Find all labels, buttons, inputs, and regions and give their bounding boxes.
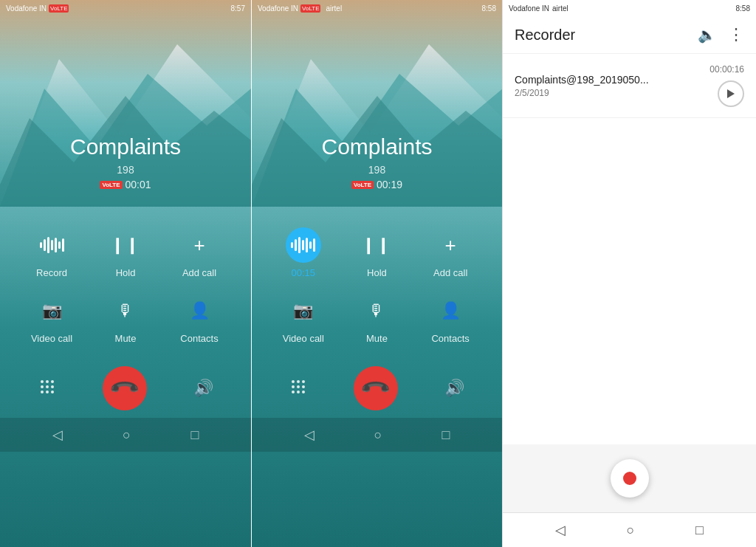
recorder-time: 8:58 xyxy=(736,4,750,13)
end-call-button-1[interactable]: 📞 xyxy=(103,366,147,410)
call-info-2: Complaints 198 VoLTE 00:19 xyxy=(252,16,502,190)
status-bar-1: Vodafone IN VoLTE 8:57 xyxy=(0,0,251,16)
svg-point-8 xyxy=(46,385,49,388)
recording-item: Complaints@198_2019050... 2/5/2019 00:00… xyxy=(503,54,756,118)
hold-button-1[interactable]: ❙❙ Hold xyxy=(96,227,155,278)
svg-point-24 xyxy=(297,391,300,393)
action-row-2-bottom: 📷 Video call 🎙 Mute 👤 Contacts xyxy=(267,293,487,344)
home-nav-2[interactable]: ○ xyxy=(374,427,382,443)
home-nav-1[interactable]: ○ xyxy=(123,427,131,443)
carrier-label-2b: airtel xyxy=(326,4,342,13)
svg-point-7 xyxy=(41,385,44,388)
recorder-home-nav[interactable]: ○ xyxy=(627,523,635,538)
svg-marker-26 xyxy=(727,89,735,98)
svg-point-12 xyxy=(51,391,54,393)
video-call-button-1[interactable]: 📷 Video call xyxy=(22,293,81,344)
recorder-back-nav[interactable]: ◁ xyxy=(555,522,566,538)
volume-icon[interactable]: 🔈 xyxy=(698,26,716,44)
recent-nav-2[interactable]: □ xyxy=(442,427,450,443)
nav-bar-2: ◁ ○ □ xyxy=(252,418,502,452)
hold-icon-2: ❙❙ xyxy=(359,227,394,263)
recent-nav-1[interactable]: □ xyxy=(190,427,199,443)
recording-info: Complaints@198_2019050... 2/5/2019 xyxy=(515,74,709,98)
record-icon-2 xyxy=(286,227,321,263)
recorder-status-bar: Vodafone IN airtel 8:58 xyxy=(503,0,756,16)
call-number-2: 198 xyxy=(252,164,502,176)
recorder-carrier-label: Vodafone IN xyxy=(509,4,549,13)
recorder-header: Recorder 🔈 ⋮ xyxy=(503,16,756,54)
record-icon-1 xyxy=(34,227,69,263)
recorder-recent-nav[interactable]: □ xyxy=(695,523,704,538)
back-nav-2[interactable]: ◁ xyxy=(304,427,315,443)
call-name-1: Complaints xyxy=(0,134,251,159)
record-button-2[interactable]: 00:15 xyxy=(274,227,333,278)
call-info-1: Complaints 198 VoLTE 00:01 xyxy=(0,16,251,190)
record-button-1[interactable]: Record xyxy=(22,227,81,278)
mute-label-1: Mute xyxy=(115,333,137,344)
status-right-2: 8:58 xyxy=(482,4,496,13)
time-label-2: 8:58 xyxy=(482,4,496,13)
svg-point-6 xyxy=(51,380,54,383)
add-call-icon-2: + xyxy=(433,227,468,263)
carrier-label-1: Vodafone IN xyxy=(6,4,47,13)
recording-right: 00:00:16 xyxy=(709,64,744,107)
contacts-button-1[interactable]: 👤 Contacts xyxy=(170,293,229,344)
add-call-button-2[interactable]: + Add call xyxy=(421,227,480,278)
video-call-icon-1: 📷 xyxy=(34,293,69,328)
mute-button-2[interactable]: 🎙 Mute xyxy=(347,293,406,344)
video-call-label-1: Video call xyxy=(31,333,72,344)
speaker-button-1[interactable]: 🔊 xyxy=(193,379,213,398)
recording-date: 2/5/2019 xyxy=(515,88,709,98)
video-call-button-2[interactable]: 📷 Video call xyxy=(274,293,333,344)
recorder-header-icons: 🔈 ⋮ xyxy=(698,25,744,44)
recorder-carrier: Vodafone IN airtel xyxy=(509,4,568,13)
speaker-button-2[interactable]: 🔊 xyxy=(444,379,464,398)
call-number-1: 198 xyxy=(0,164,251,176)
record-dot-button[interactable] xyxy=(611,459,649,498)
status-bar-2: Vodafone IN VoLTE airtel 8:58 xyxy=(252,0,502,16)
svg-point-18 xyxy=(297,380,300,383)
hold-button-2[interactable]: ❙❙ Hold xyxy=(347,227,406,278)
action-row-1-top: Record ❙❙ Hold + Add call xyxy=(15,227,236,278)
more-options-icon[interactable]: ⋮ xyxy=(728,25,744,44)
mute-label-2: Mute xyxy=(366,333,388,344)
svg-point-19 xyxy=(302,380,305,383)
recorder-bottom xyxy=(503,444,756,512)
action-row-1-bottom: 📷 Video call 🎙 Mute 👤 Contacts xyxy=(15,293,236,344)
mute-icon-1: 🎙 xyxy=(108,293,143,328)
end-call-button-2[interactable]: 📞 xyxy=(354,366,398,410)
call-duration-2: 00:19 xyxy=(377,179,402,190)
contacts-icon-2: 👤 xyxy=(433,293,468,328)
back-nav-1[interactable]: ◁ xyxy=(52,427,63,443)
call-actions-2: 00:15 ❙❙ Hold + Add call 📷 xyxy=(252,190,502,351)
svg-point-5 xyxy=(46,380,49,383)
call-duration-row-2: VoLTE 00:19 xyxy=(252,179,502,190)
add-call-button-1[interactable]: + Add call xyxy=(170,227,229,278)
svg-point-21 xyxy=(297,385,300,388)
video-call-label-2: Video call xyxy=(283,333,324,344)
mute-button-1[interactable]: 🎙 Mute xyxy=(96,293,155,344)
recorder-panel: Vodafone IN airtel 8:58 Recorder 🔈 ⋮ Com… xyxy=(502,0,756,547)
video-call-icon-2: 📷 xyxy=(286,293,321,328)
play-button[interactable] xyxy=(718,80,744,107)
svg-point-17 xyxy=(292,380,295,383)
recorder-carrier2-label: airtel xyxy=(552,4,568,13)
recorder-nav-bar: ◁ ○ □ xyxy=(503,512,756,547)
carrier-label-2: Vodafone IN xyxy=(258,4,298,13)
dialpad-button-1[interactable] xyxy=(38,378,56,399)
record-active-time-2: 00:15 xyxy=(292,267,316,278)
svg-point-25 xyxy=(302,391,305,393)
time-label-1: 8:57 xyxy=(231,4,245,13)
svg-point-9 xyxy=(51,385,54,388)
bottom-bar-1: 📞 🔊 xyxy=(0,359,251,418)
status-right-1: 8:57 xyxy=(231,4,245,13)
svg-point-20 xyxy=(292,385,295,388)
volte-badge-2: VoLTE xyxy=(351,181,374,189)
record-label-1: Record xyxy=(36,267,67,278)
phone-panel-2: Vodafone IN VoLTE airtel 8:58 Complaints… xyxy=(251,0,502,547)
contacts-button-2[interactable]: 👤 Contacts xyxy=(421,293,480,344)
dialpad-button-2[interactable] xyxy=(289,378,307,399)
nav-bar-1: ◁ ○ □ xyxy=(0,418,251,452)
volte-badge-status: VoLTE xyxy=(49,4,69,13)
phone-panel-1: Vodafone IN VoLTE 8:57 Complaints 198 Vo… xyxy=(0,0,251,547)
